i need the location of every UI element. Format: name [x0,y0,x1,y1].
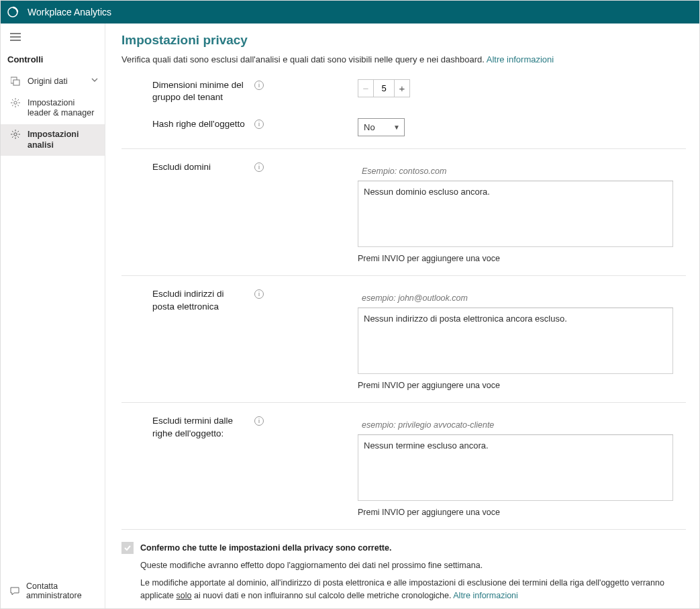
info-icon[interactable]: i [254,162,264,172]
svg-line-23 [17,131,19,132]
sidebar: Controlli Origini dati Impostazioni lead… [1,24,105,608]
exclude-terms-list: Nessun termine escluso ancora. [358,435,673,501]
svg-line-20 [12,131,13,132]
svg-line-12 [17,105,19,106]
exclude-emails-input[interactable] [358,288,673,308]
select-value: No [364,122,375,132]
stepper-decrement[interactable]: − [358,79,374,97]
exclude-terms-label: Escludi termini dalle righe dell'oggetto… [152,415,246,439]
divider [121,148,686,149]
exclude-domains-input[interactable] [358,161,673,181]
confirm-checkbox[interactable] [121,542,134,554]
exclude-emails-list: Nessun indirizzo di posta elettronica an… [358,308,673,374]
svg-point-15 [14,133,17,136]
svg-line-22 [12,136,13,138]
exclude-domains-hint: Premi INVIO per aggiungere una voce [358,254,686,263]
sidebar-item-label: Impostazioni analisi [28,130,98,150]
sidebar-item-label: Impostazioni leader & manager [28,98,98,119]
gear-icon [10,130,21,139]
svg-point-6 [14,101,17,103]
svg-rect-5 [13,80,19,85]
exclude-terms-input[interactable] [358,415,673,435]
more-info-link[interactable]: Altre informazioni [487,54,554,64]
chevron-down-icon [91,77,98,83]
hamburger-button[interactable] [1,24,105,50]
app-title: Workplace Analytics [28,7,111,17]
svg-line-11 [12,99,13,101]
contact-admin-label: Contatta amministratore [26,581,98,600]
contact-admin-link[interactable]: Contatta amministratore [1,575,105,608]
exclude-emails-label: Escludi indirizzi di posta elettronica [152,288,246,312]
divider [121,529,686,530]
stepper-increment[interactable]: + [394,79,410,97]
exclude-emails-hint: Premi INVIO per aggiungere una voce [358,381,686,390]
only-word: solo [177,591,192,600]
info-icon[interactable]: i [254,120,264,129]
app-logo-icon [6,5,19,19]
info-icon[interactable]: i [254,81,264,90]
sidebar-item-analysis-settings[interactable]: Impostazioni analisi [1,124,105,156]
chevron-down-icon: ▼ [393,124,400,131]
group-size-label: Dimensioni minime del gruppo del tenant [152,79,246,103]
group-size-stepper: − + [358,79,410,97]
app-header: Workplace Analytics [1,1,699,24]
confirm-label: Confermo che tutte le impostazioni della… [140,543,391,553]
confirm-subtext: Queste modifiche avranno effetto dopo l'… [140,561,686,570]
divider [121,275,686,276]
data-sources-icon [10,77,21,86]
group-size-input[interactable] [374,79,394,97]
info-icon[interactable]: i [254,289,264,299]
svg-line-14 [17,99,19,101]
info-icon[interactable]: i [254,416,264,426]
page-title: Impostazioni privacy [121,33,686,48]
sidebar-item-label: Origini dati [28,77,85,87]
exclude-domains-list: Nessun dominio escluso ancora. [358,181,673,247]
more-info-link[interactable]: Altre informazioni [453,591,518,600]
gear-icon [10,98,21,107]
divider [121,402,686,403]
exclude-terms-hint: Premi INVIO per aggiungere una voce [358,508,686,517]
hash-subject-select[interactable]: No ▼ [358,118,405,136]
sidebar-item-leader-manager[interactable]: Impostazioni leader & manager [1,93,105,124]
chat-icon [10,586,19,596]
page-description: Verifica quali dati sono esclusi dall'an… [121,54,686,64]
main-content: Impostazioni privacy Verifica quali dati… [105,24,699,608]
sidebar-section-title: Controlli [1,50,105,71]
hash-subject-label: Hash righe dell'oggetto [152,118,246,130]
exclude-domains-label: Escludi domini [152,161,246,173]
sidebar-item-data-sources[interactable]: Origini dati [1,71,105,93]
svg-line-13 [12,105,13,106]
confirm-paragraph: Le modifiche apportate al dominio, all'i… [140,577,686,602]
svg-line-21 [17,136,19,138]
